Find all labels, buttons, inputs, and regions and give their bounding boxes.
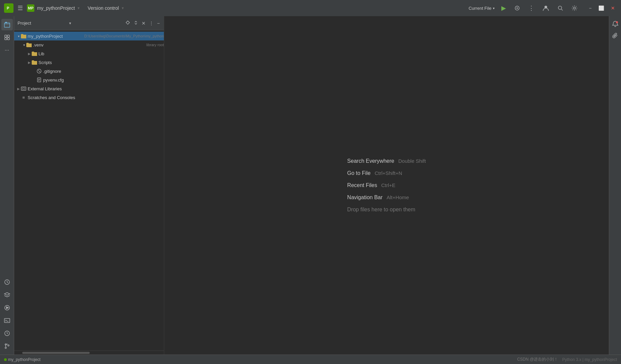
sidebar-item-more[interactable]: ··· (1, 44, 13, 56)
gitignore-name: .gitignore (43, 69, 164, 74)
sidebar-item-structure[interactable] (1, 32, 13, 43)
scrollbar-thumb[interactable] (22, 352, 90, 354)
run-button[interactable]: ▶ (500, 3, 507, 13)
svg-line-28 (38, 70, 40, 72)
maximize-button[interactable]: ⬜ (596, 4, 606, 12)
hint-action-search[interactable]: Search Everywhere (347, 158, 394, 164)
panel-collapse-icon[interactable]: − (156, 20, 160, 27)
external-libraries-name: External Libraries (28, 86, 164, 91)
pyvenv-arrow (32, 78, 36, 82)
project-dropdown-icon[interactable]: ▾ (78, 6, 80, 10)
venv-name: .venv (33, 42, 144, 48)
hint-shortcut-recent: Ctrl+E (381, 182, 395, 188)
svg-rect-17 (4, 318, 10, 323)
left-sidebar: ··· (0, 16, 14, 355)
scratches-arrow (16, 95, 21, 100)
panel-more-icon[interactable]: ⋮ (148, 20, 154, 27)
settings-icon[interactable] (570, 4, 579, 12)
hint-action-goto[interactable]: Go to File (347, 170, 371, 176)
svg-point-22 (126, 21, 129, 24)
tree-item-scratches[interactable]: ≡ Scratches and Consoles (14, 93, 164, 102)
close-button[interactable]: ✕ (609, 4, 617, 12)
pyvenv-icon (36, 77, 42, 83)
hint-row-drop: Drop files here to open them (347, 207, 426, 213)
sidebar-item-packages[interactable] (1, 276, 13, 288)
statusbar-left: my_pythonProject (4, 357, 40, 362)
attachment-icon[interactable] (610, 30, 620, 40)
hamburger-menu[interactable]: ☰ (16, 3, 24, 13)
svg-rect-8 (4, 23, 10, 27)
scripts-folder-icon (32, 60, 37, 65)
scroll-to-top-icon[interactable] (133, 20, 139, 27)
project-tree: ▾ my_pythonProject D:\Users\lwg\Document… (14, 30, 164, 351)
svg-rect-10 (5, 35, 7, 37)
hint-shortcut-search: Double Shift (398, 158, 426, 164)
lib-name: Lib (38, 51, 164, 56)
svg-rect-33 (21, 87, 26, 90)
app-logo: P (4, 3, 13, 13)
hint-row-navbar: Navigation Bar Alt+Home (347, 194, 426, 201)
current-file-button[interactable]: Current File ▾ (469, 6, 495, 11)
tree-item-root[interactable]: ▾ my_pythonProject D:\Users\lwg\Document… (14, 32, 164, 40)
sidebar-item-git[interactable] (1, 340, 13, 352)
project-scrollbar[interactable] (14, 351, 164, 355)
tree-item-external-libraries[interactable]: ▶ External Libraries (14, 84, 164, 93)
svg-point-7 (573, 7, 575, 9)
titlebar: P ☰ MP my_pythonProject ▾ Version contro… (0, 0, 621, 16)
scratches-icon: ≡ (21, 95, 26, 100)
project-name[interactable]: my_pythonProject (37, 5, 75, 11)
tree-item-pyvenv[interactable]: pyvenv.cfg (14, 75, 164, 84)
locate-icon[interactable] (125, 20, 131, 27)
project-indicator[interactable]: my_pythonProject (4, 357, 40, 362)
sidebar-item-project[interactable] (1, 19, 13, 30)
hint-row-goto: Go to File Ctrl+Shift+N (347, 170, 426, 176)
venv-folder-icon (26, 42, 32, 48)
svg-rect-11 (7, 35, 9, 37)
sidebar-item-terminal[interactable] (1, 315, 13, 326)
more-actions-button[interactable]: ⋮ (527, 3, 536, 13)
tree-item-gitignore[interactable]: .gitignore (14, 67, 164, 75)
notifications-bell-icon[interactable] (610, 19, 620, 29)
editor-area: Search Everywhere Double Shift Go to Fil… (164, 16, 609, 355)
hint-shortcut-goto: Ctrl+Shift+N (375, 170, 402, 176)
titlebar-left: P ☰ MP my_pythonProject ▾ Version contro… (4, 3, 124, 13)
statusbar-python-info: Python 3.x | my_pythonProject (562, 357, 617, 362)
sidebar-item-run[interactable] (1, 302, 13, 313)
minimize-button[interactable]: − (587, 4, 594, 12)
lib-arrow: ▶ (27, 51, 32, 56)
sidebar-item-history[interactable] (1, 328, 13, 339)
venv-sub: library root (146, 43, 164, 47)
hint-action-recent[interactable]: Recent Files (347, 182, 377, 188)
svg-line-6 (561, 9, 563, 10)
right-sidebar (609, 16, 621, 355)
sidebar-item-layers[interactable] (1, 289, 13, 301)
debug-button[interactable] (513, 4, 522, 12)
hint-shortcut-navbar: Alt+Home (387, 194, 409, 200)
close-panel-icon[interactable]: ✕ (141, 20, 146, 27)
scripts-arrow: ▶ (27, 60, 32, 65)
svg-point-3 (516, 7, 518, 9)
svg-marker-16 (6, 307, 8, 309)
svg-text:P: P (7, 6, 9, 10)
svg-rect-13 (7, 38, 9, 40)
hint-row-recent: Recent Files Ctrl+E (347, 182, 426, 188)
svg-rect-12 (5, 38, 7, 40)
profile-icon[interactable] (541, 3, 551, 13)
version-control-dropdown-icon[interactable]: ▾ (122, 6, 124, 10)
lib-folder-icon (32, 51, 37, 56)
tree-item-lib[interactable]: ▶ Lib (14, 49, 164, 58)
statusbar: my_pythonProject CSDN @进击的小刘！ Python 3.x… (0, 355, 621, 364)
root-arrow: ▾ (16, 34, 21, 38)
editor-hints: Search Everywhere Double Shift Go to Fil… (347, 158, 426, 213)
project-panel-title: Project (18, 21, 67, 26)
version-control-btn[interactable]: Version control (88, 5, 119, 11)
search-everywhere-icon[interactable] (556, 4, 565, 12)
tree-item-scripts[interactable]: ▶ Scripts (14, 58, 164, 67)
pyvenv-name: pyvenv.cfg (43, 78, 164, 83)
svg-point-35 (616, 21, 618, 23)
hint-action-navbar[interactable]: Navigation Bar (347, 194, 383, 201)
project-panel-dropdown[interactable]: ▾ (69, 21, 71, 26)
gitignore-icon (36, 68, 42, 74)
tree-item-venv[interactable]: ▾ .venv library root (14, 40, 164, 49)
window-controls: − ⬜ ✕ (587, 4, 617, 12)
